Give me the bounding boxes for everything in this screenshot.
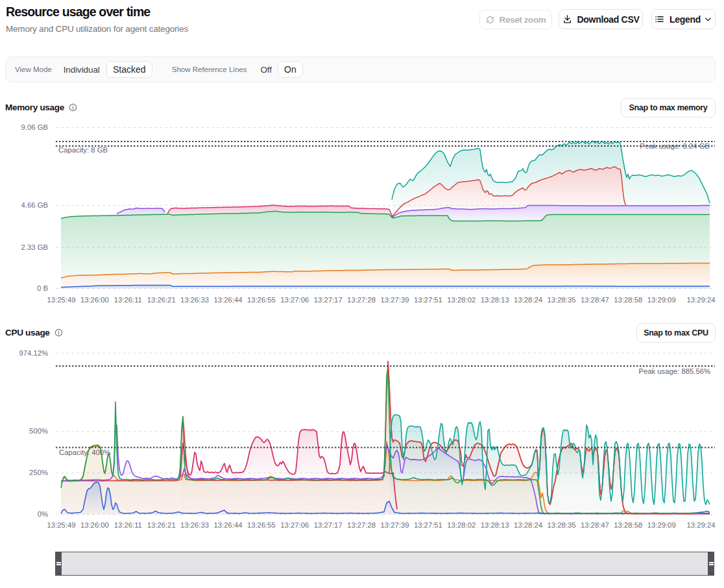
svg-text:13:25:49: 13:25:49 (47, 296, 76, 304)
svg-text:13:29:09: 13:29:09 (647, 521, 676, 529)
svg-text:13:28:47: 13:28:47 (581, 521, 609, 529)
svg-text:13:26:11: 13:26:11 (114, 521, 142, 529)
svg-text:13:28:13: 13:28:13 (481, 296, 509, 304)
svg-text:13:29:24: 13:29:24 (687, 521, 716, 529)
svg-text:13:27:28: 13:27:28 (347, 296, 376, 304)
svg-text:13:27:06: 13:27:06 (280, 296, 309, 304)
svg-text:13:27:28: 13:27:28 (347, 521, 376, 529)
svg-text:13:26:00: 13:26:00 (80, 521, 109, 529)
svg-text:13:28:47: 13:28:47 (581, 296, 609, 304)
svg-text:13:26:33: 13:26:33 (180, 296, 209, 304)
svg-text:2.33 GB: 2.33 GB (21, 243, 48, 251)
svg-text:Peak usage: 885.56%: Peak usage: 885.56% (638, 367, 710, 375)
svg-text:13:27:17: 13:27:17 (314, 521, 343, 529)
svg-text:13:26:11: 13:26:11 (114, 296, 142, 304)
svg-text:Capacity: 400%: Capacity: 400% (59, 448, 110, 456)
svg-text:13:28:35: 13:28:35 (548, 521, 576, 529)
svg-text:13:26:44: 13:26:44 (214, 296, 243, 304)
svg-text:9.06 GB: 9.06 GB (21, 123, 48, 131)
svg-text:13:28:24: 13:28:24 (514, 521, 542, 529)
svg-text:Capacity: 8 GB: Capacity: 8 GB (58, 146, 108, 154)
svg-text:13:29:24: 13:29:24 (687, 296, 716, 304)
svg-text:13:27:51: 13:27:51 (414, 296, 442, 304)
svg-text:0%: 0% (38, 510, 48, 518)
svg-text:250%: 250% (29, 469, 48, 476)
svg-text:0 B: 0 B (37, 284, 48, 292)
svg-text:13:27:17: 13:27:17 (314, 296, 343, 304)
svg-text:13:28:24: 13:28:24 (514, 296, 542, 304)
svg-text:13:27:39: 13:27:39 (381, 521, 409, 529)
svg-text:13:26:21: 13:26:21 (147, 521, 176, 529)
svg-text:13:26:00: 13:26:00 (80, 296, 109, 304)
svg-text:13:28:02: 13:28:02 (447, 521, 476, 529)
svg-text:13:26:55: 13:26:55 (247, 521, 276, 529)
svg-text:13:26:55: 13:26:55 (247, 296, 276, 304)
svg-text:4.66 GB: 4.66 GB (21, 201, 48, 209)
svg-text:13:28:02: 13:28:02 (447, 296, 476, 304)
svg-text:Peak usage: 8.24 GB: Peak usage: 8.24 GB (640, 142, 710, 150)
svg-text:13:26:44: 13:26:44 (214, 521, 243, 529)
svg-text:500%: 500% (29, 427, 48, 435)
svg-text:974.12%: 974.12% (19, 349, 48, 357)
svg-text:13:28:35: 13:28:35 (548, 296, 576, 304)
svg-text:13:28:58: 13:28:58 (614, 296, 642, 304)
svg-text:13:29:09: 13:29:09 (647, 296, 676, 304)
svg-text:13:27:51: 13:27:51 (414, 521, 442, 529)
svg-text:13:28:13: 13:28:13 (481, 521, 509, 529)
svg-text:13:26:21: 13:26:21 (147, 296, 176, 304)
svg-text:13:27:39: 13:27:39 (381, 296, 409, 304)
svg-text:13:28:58: 13:28:58 (614, 521, 642, 529)
svg-text:13:27:06: 13:27:06 (280, 521, 309, 529)
svg-text:13:25:49: 13:25:49 (47, 521, 76, 529)
svg-text:13:26:33: 13:26:33 (180, 521, 209, 529)
